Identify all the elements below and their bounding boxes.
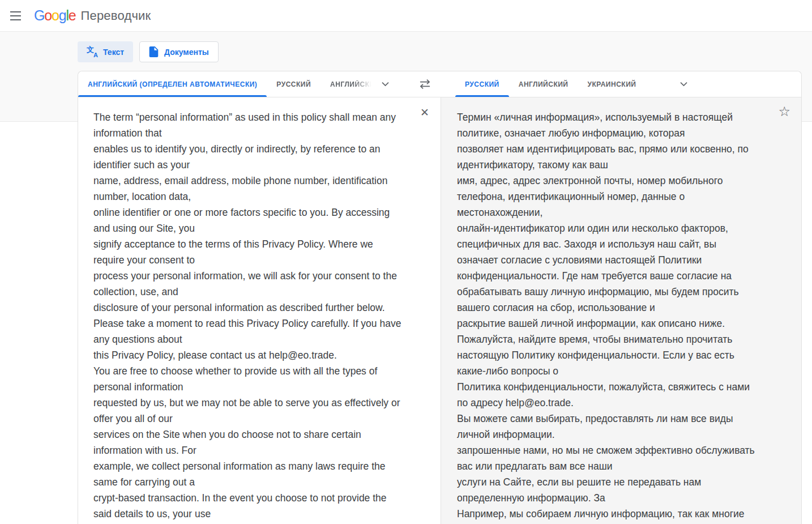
close-icon: ✕ [420,106,429,118]
translate-card: АНГЛИЙСКИЙ (ОПРЕДЕЛЕН АВТОМАТИЧЕСКИ) РУС… [78,71,802,524]
menu-button[interactable] [2,3,28,29]
translate-panels: The term “personal information” as used … [78,97,801,524]
documents-mode-button[interactable]: Документы [139,41,219,62]
target-language-dropdown[interactable] [672,71,695,97]
source-text[interactable]: The term “personal information” as used … [78,97,441,524]
documents-mode-label: Документы [164,48,209,57]
translate-icon: 文 A [87,46,97,57]
tab-source-russian[interactable]: РУССКИЙ [267,71,320,97]
google-logo: Google [34,7,75,24]
swap-languages-button[interactable] [411,71,438,97]
swap-icon [418,77,432,91]
text-mode-label: Текст [103,48,124,57]
save-translation-button[interactable]: ☆ [778,105,790,118]
clear-source-button[interactable]: ✕ [420,107,429,118]
chevron-down-icon [382,82,389,87]
language-bar: АНГЛИЙСКИЙ (ОПРЕДЕЛЕН АВТОМАТИЧЕСКИ) РУС… [78,71,801,97]
translation-panel: Термин «личная информация», используемый… [441,97,801,524]
tab-target-ukrainian[interactable]: УКРАИНСКИЙ [578,71,646,97]
document-icon [149,46,159,57]
logo-link[interactable]: Google Переводчик [34,7,151,24]
app-title: Переводчик [80,8,151,23]
tab-source-english[interactable]: АНГЛИЙСКИЙ [320,71,373,97]
app-header: Google Переводчик [0,0,812,32]
tab-source-detected[interactable]: АНГЛИЙСКИЙ (ОПРЕДЕЛЕН АВТОМАТИЧЕСКИ) [78,71,267,97]
source-language-dropdown[interactable] [373,71,397,97]
chevron-down-icon [680,82,687,87]
tab-target-english[interactable]: АНГЛИЙСКИЙ [509,71,578,97]
translation-text: Термин «личная информация», используемый… [441,97,801,524]
tab-target-russian[interactable]: РУССКИЙ [455,71,509,97]
target-language-tabs: РУССКИЙ АНГЛИЙСКИЙ УКРАИНСКИЙ [441,71,801,97]
source-language-tabs: АНГЛИЙСКИЙ (ОПРЕДЕЛЕН АВТОМАТИЧЕСКИ) РУС… [78,71,441,97]
star-icon: ☆ [778,104,790,119]
text-mode-button[interactable]: 文 A Текст [78,41,133,62]
source-panel: The term “personal information” as used … [78,97,441,524]
